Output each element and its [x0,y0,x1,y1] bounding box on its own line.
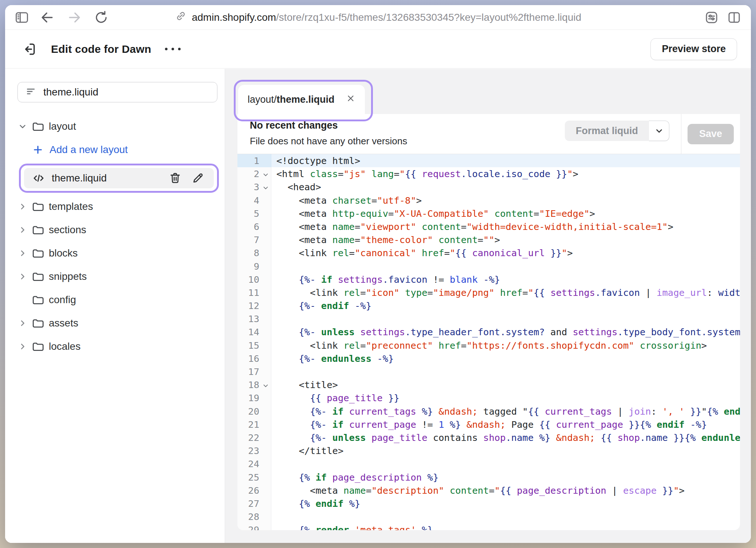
line-number: 12 [237,299,271,312]
code-text[interactable] [271,510,740,523]
address-bar[interactable]: admin.shopify.com/store/rzq1xu-f5/themes… [175,5,582,30]
fold-toggle-icon[interactable] [263,379,269,392]
code-line[interactable]: 28 [237,510,740,523]
code-text[interactable] [271,457,740,470]
chevron-right-icon[interactable] [17,341,28,352]
code-text[interactable]: <meta name="theme-color" content=""> [271,233,740,246]
code-line[interactable]: 9 [237,260,740,273]
sidebar-item-blocks[interactable]: blocks [17,242,219,265]
code-line[interactable]: 23 </title> [237,444,740,457]
code-text[interactable]: <html class="js" lang="{{ request.locale… [271,167,740,180]
page-settings-icon[interactable] [702,8,721,27]
save-button[interactable]: Save [688,124,734,144]
code-line[interactable]: 11 <link rel="icon" type="image/png" hre… [237,286,740,299]
code-text[interactable]: <meta name="description" content="{{ pag… [271,484,740,497]
code-text[interactable]: {% endif %} [271,497,740,510]
code-line[interactable]: 21 {%- if current_page != 1 %} &ndash; P… [237,418,740,431]
fold-toggle-icon[interactable] [263,168,269,181]
code-text[interactable]: <link rel="canonical" href="{{ canonical… [271,246,740,259]
code-line[interactable]: 2<html class="js" lang="{{ request.local… [237,167,740,180]
code-text[interactable]: <meta charset="utf-8"> [271,194,740,207]
format-liquid-button[interactable]: Format liquid [565,121,669,141]
code-line[interactable]: 22 {%- unless page_title contains shop.n… [237,431,740,444]
code-line[interactable]: 4 <meta charset="utf-8"> [237,194,740,207]
tab-theme-liquid[interactable]: layout/theme.liquid [238,85,365,114]
sidebar-item-templates[interactable]: templates [17,195,219,218]
code-text[interactable]: <title> [271,378,740,391]
chevron-down-icon[interactable] [17,121,28,132]
pencil-button[interactable] [190,170,206,186]
code-text[interactable]: {%- endunless -%} [271,352,740,365]
preview-store-button[interactable]: Preview store [650,38,737,60]
chevron-right-icon[interactable] [17,225,28,235]
code-line[interactable]: 8 <link rel="canonical" href="{{ canonic… [237,246,740,259]
chevron-right-icon[interactable] [17,201,28,212]
fold-toggle-icon[interactable] [263,181,269,195]
code-text[interactable]: {%- if current_tags %} &ndash; tagged "{… [271,405,740,418]
code-line[interactable]: 27 {% endif %} [237,497,740,510]
code-text[interactable]: <meta http-equiv="X-UA-Compatible" conte… [271,207,740,220]
more-actions-icon[interactable] [165,42,181,56]
code-line[interactable]: 18 <title> [237,378,740,391]
code-editor[interactable]: 1<!doctype html>2<html class="js" lang="… [237,154,740,530]
code-text[interactable]: </title> [271,444,740,457]
code-text[interactable]: <head> [271,180,740,193]
code-text[interactable]: {%- if current_page != 1 %} &ndash; Page… [271,418,740,431]
code-line[interactable]: 15 <link rel="preconnect" href="https://… [237,339,740,352]
sidebar-item-locales[interactable]: locales [17,335,219,358]
code-line[interactable]: 7 <meta name="theme-color" content=""> [237,233,740,246]
code-line[interactable]: 10 {%- if settings.favicon != blank -%} [237,273,740,286]
code-line[interactable]: 19 {{ page_title }} [237,391,740,404]
sidebar-item-assets[interactable]: assets [17,312,219,335]
code-line[interactable]: 25 {% if page_description %} [237,471,740,484]
split-view-icon[interactable] [725,8,744,27]
code-text[interactable]: {%- endif -%} [271,299,740,312]
code-line[interactable]: 17 [237,365,740,378]
chevron-right-icon[interactable] [17,271,28,282]
code-line[interactable]: 3 <head> [237,180,740,193]
code-line[interactable]: 29 {% render 'meta-tags' %} [237,523,740,530]
reload-button[interactable] [92,8,111,27]
code-text[interactable]: <meta name="viewport" content="width=dev… [271,220,740,233]
code-text[interactable] [271,312,740,325]
code-line[interactable]: 24 [237,457,740,470]
code-line[interactable]: 5 <meta http-equiv="X-UA-Compatible" con… [237,207,740,220]
sidebar-item-theme-liquid[interactable]: theme.liquid [24,168,214,188]
sidebar-item-layout[interactable]: layout [17,115,219,138]
format-liquid-label[interactable]: Format liquid [565,121,649,141]
code-text[interactable]: {%- unless page_title contains shop.name… [271,431,740,444]
code-line[interactable]: 26 <meta name="description" content="{{ … [237,484,740,497]
trash-button[interactable] [167,170,183,186]
code-text[interactable]: {% if page_description %} [271,471,740,484]
code-text[interactable]: {%- unless settings.type_header_font.sys… [271,325,740,338]
forward-button[interactable] [65,8,84,27]
code-line[interactable]: 6 <meta name="viewport" content="width=d… [237,220,740,233]
format-dropdown-button[interactable] [649,121,669,141]
code-text[interactable]: <link rel="preconnect" href="https://fon… [271,339,740,352]
chevron-right-icon[interactable] [17,318,28,328]
code-line[interactable]: 1<!doctype html> [237,154,740,167]
code-line[interactable]: 14 {%- unless settings.type_header_font.… [237,325,740,338]
add-layout-button[interactable]: Add a new layout [17,138,219,161]
code-text[interactable]: <link rel="icon" type="image/png" href="… [271,286,740,299]
sidebar-item-snippets[interactable]: snippets [17,265,219,288]
code-line[interactable]: 16 {%- endunless -%} [237,352,740,365]
exit-editor-icon[interactable] [21,41,37,57]
code-text[interactable] [271,365,740,378]
sidebar-item-sections[interactable]: sections [17,218,219,242]
chevron-right-icon[interactable] [17,248,28,258]
sidebar-item-config[interactable]: config [17,288,219,312]
code-text[interactable]: {%- if settings.favicon != blank -%} [271,273,740,286]
back-button[interactable] [38,8,57,27]
code-text[interactable] [271,260,740,273]
code-line[interactable]: 12 {%- endif -%} [237,299,740,312]
code-text[interactable]: <!doctype html> [271,154,740,167]
line-number: 8 [237,246,271,259]
code-text[interactable]: {{ page_title }} [271,391,740,404]
code-line[interactable]: 20 {%- if current_tags %} &ndash; tagged… [237,405,740,418]
code-line[interactable]: 13 [237,312,740,325]
sidebar-toggle-icon[interactable] [12,8,31,27]
code-text[interactable]: {% render 'meta-tags' %} [271,523,740,530]
file-filter-input[interactable]: theme.liquid [17,82,217,102]
close-tab-icon[interactable] [346,94,355,106]
